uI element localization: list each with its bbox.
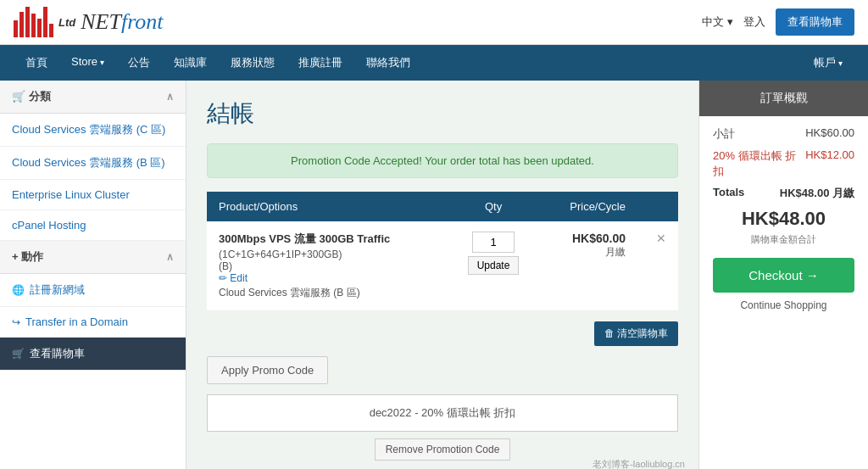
nav-service-status[interactable]: 服務狀態: [219, 45, 287, 81]
total-amount: HK$48.00: [713, 208, 854, 230]
login-link[interactable]: 登入: [743, 14, 765, 30]
table-row: 300Mbps VPS 流量 300GB Traffic (1C+1G+64G+…: [207, 221, 678, 311]
sidebar-item-cloud-b[interactable]: Cloud Services 雲端服務 (B 區): [0, 147, 186, 180]
discount-row: 20% 循環出帳 折扣 HK$12.00: [713, 148, 854, 179]
product-cell: 300Mbps VPS 流量 300GB Traffic (1C+1G+64G+…: [207, 221, 447, 311]
sidebar-item-transfer-domain-label: Transfer in a Domain: [25, 315, 128, 328]
logo-bars-icon: [14, 7, 53, 37]
logo: Ltd NETfront: [14, 7, 164, 37]
bar5: [37, 19, 42, 37]
continue-shopping-link[interactable]: Continue Shopping: [713, 299, 854, 311]
subtotal-value: HK$60.00: [805, 126, 854, 142]
remove-promo-button[interactable]: Remove Promotion Code: [375, 438, 511, 461]
clear-cart-row: 🗑 清空購物車: [207, 321, 678, 346]
sidebar: 🛒 分類 ∧ Cloud Services 雲端服務 (C 區) Cloud S…: [0, 81, 186, 469]
sidebar-item-cpanel-label: cPanel Hosting: [12, 219, 86, 232]
header: Ltd NETfront 中文 ▾ 登入 查看購物車: [0, 0, 868, 45]
page-title: 結帳: [207, 98, 678, 130]
nav-contact[interactable]: 聯絡我們: [354, 45, 422, 81]
product-name: 300Mbps VPS 流量 300GB Traffic: [219, 232, 435, 247]
total-sub-label: 購物車金額合計: [713, 233, 854, 246]
bar1: [14, 20, 18, 37]
subtotal-row: 小計 HK$60.00: [713, 126, 854, 142]
sidebar-item-register-domain[interactable]: 🌐 註冊新網域: [0, 274, 186, 307]
sidebar-cat-label: 分類: [29, 90, 51, 103]
language-selector[interactable]: 中文 ▾: [702, 14, 733, 30]
sidebar-action-header: + 動作 ∧: [0, 241, 186, 274]
header-right: 中文 ▾ 登入 查看購物車: [702, 8, 854, 36]
order-summary-panel: 訂單概觀 小計 HK$60.00 20% 循環出帳 折扣 HK$12.00 To…: [698, 81, 868, 469]
qty-cell: Update: [447, 221, 539, 311]
main-layout: 🛒 分類 ∧ Cloud Services 雲端服務 (C 區) Cloud S…: [0, 81, 868, 469]
sidebar-cat-header: 🛒 分類 ∧: [0, 81, 186, 114]
sidebar-item-view-cart-label: 查看購物車: [30, 346, 85, 361]
logo-front: front: [121, 9, 164, 34]
content-area: 結帳 Promotion Code Accepted! Your order t…: [186, 81, 698, 469]
nav-home[interactable]: 首頁: [14, 45, 59, 81]
order-summary-body: 小計 HK$60.00 20% 循環出帳 折扣 HK$12.00 Totals …: [699, 116, 868, 321]
bar6: [43, 7, 47, 37]
sidebar-item-linux-cluster-label: Enterprise Linux Cluster: [12, 188, 130, 201]
nav-store[interactable]: Store: [59, 45, 116, 81]
product-category: Cloud Services 雲端服務 (B 區): [219, 286, 435, 300]
col-product: Product/Options: [207, 192, 447, 221]
product-zone: (B): [219, 260, 435, 272]
logo-ltd: Ltd: [58, 16, 75, 29]
remove-item-button[interactable]: ✕: [649, 232, 666, 245]
logo-net: NET: [81, 9, 121, 34]
sidebar-item-register-domain-label: 註冊新網域: [30, 282, 85, 298]
apply-promo-button[interactable]: Apply Promo Code: [207, 356, 328, 384]
price-amount: HK$60.00: [552, 232, 626, 245]
sidebar-cat-chevron-icon: ∧: [166, 91, 174, 103]
nav-referral[interactable]: 推廣註冊: [287, 45, 354, 81]
discount-label: 20% 循環出帳 折扣: [713, 148, 805, 179]
view-cart-button[interactable]: 查看購物車: [776, 8, 854, 36]
navbar-left: 首頁 Store 公告 知識庫 服務狀態 推廣註冊 聯絡我們: [14, 45, 422, 81]
price-cell: HK$60.00 月繳: [540, 221, 637, 311]
cart-icon: 🛒: [12, 348, 25, 360]
applied-promo-code: dec2022 - 20% 循環出帳 折扣: [207, 394, 678, 432]
subtotal-label: 小計: [713, 126, 735, 142]
sidebar-action-label: 動作: [21, 250, 43, 263]
sidebar-cat-icon: 🛒 分類: [12, 89, 51, 104]
sidebar-action-icon: + 動作: [12, 249, 43, 265]
sidebar-item-cloud-c-label: Cloud Services 雲端服務 (C 區): [12, 122, 165, 137]
watermark: 老刘博客-laoliublog.cn: [593, 458, 685, 469]
promo-success-message: Promotion Code Accepted! Your order tota…: [207, 143, 678, 178]
nav-announcements[interactable]: 公告: [116, 45, 162, 81]
totals-value: HK$48.00 月繳: [780, 186, 854, 201]
clear-cart-button[interactable]: 🗑 清空購物車: [594, 321, 678, 346]
order-summary-header: 訂單概觀: [699, 81, 868, 116]
sidebar-item-linux-cluster[interactable]: Enterprise Linux Cluster: [0, 180, 186, 210]
bar2: [19, 12, 24, 37]
bar4: [31, 14, 36, 37]
bar7: [49, 24, 53, 37]
sidebar-item-cloud-b-label: Cloud Services 雲端服務 (B 區): [12, 155, 165, 170]
logo-netfront: NETfront: [81, 9, 163, 35]
discount-value: HK$12.00: [805, 148, 854, 179]
sidebar-item-view-cart[interactable]: 🛒 查看購物車: [0, 338, 186, 371]
totals-label: Totals: [713, 186, 744, 201]
sidebar-item-transfer-domain[interactable]: ↪ Transfer in a Domain: [0, 307, 186, 338]
sidebar-item-cpanel[interactable]: cPanel Hosting: [0, 210, 186, 241]
checkout-button[interactable]: Checkout →: [713, 258, 854, 293]
edit-link[interactable]: ✏ Edit: [219, 272, 435, 284]
navbar: 首頁 Store 公告 知識庫 服務狀態 推廣註冊 聯絡我們 帳戶: [0, 45, 868, 81]
bar3: [25, 7, 30, 37]
transfer-icon: ↪: [12, 316, 20, 328]
sidebar-item-cloud-c[interactable]: Cloud Services 雲端服務 (C 區): [0, 114, 186, 147]
sidebar-action-chevron-icon: ∧: [166, 251, 174, 263]
totals-row: Totals HK$48.00 月繳: [713, 186, 854, 201]
price-cycle: 月繳: [552, 245, 626, 260]
qty-input[interactable]: [472, 232, 515, 253]
globe-icon: 🌐: [12, 284, 25, 296]
remove-cell: ✕: [637, 221, 678, 311]
nav-account[interactable]: 帳戶: [802, 45, 854, 81]
cart-table: Product/Options Qty Price/Cycle 300Mbps …: [207, 192, 678, 311]
update-button[interactable]: Update: [468, 256, 520, 275]
nav-knowledgebase[interactable]: 知識庫: [162, 45, 219, 81]
product-spec: (1C+1G+64G+1IP+300GB): [219, 248, 435, 260]
col-qty: Qty: [447, 192, 539, 221]
col-remove: [637, 192, 678, 221]
col-price: Price/Cycle: [540, 192, 637, 221]
